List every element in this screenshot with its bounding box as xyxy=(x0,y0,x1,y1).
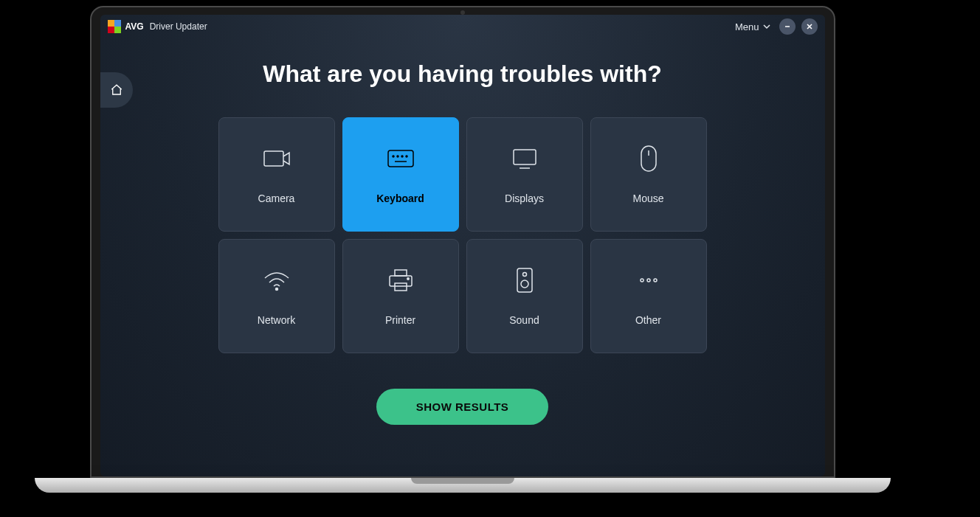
keyboard-icon xyxy=(385,145,416,172)
app-window: AVG Driver Updater Menu xyxy=(100,15,825,476)
svg-point-4 xyxy=(397,156,398,157)
home-icon xyxy=(110,83,123,97)
tile-label: Network xyxy=(258,314,295,326)
close-icon xyxy=(806,23,813,30)
more-icon xyxy=(633,267,664,294)
svg-rect-8 xyxy=(514,150,536,164)
svg-point-18 xyxy=(522,272,526,276)
tile-label: Other xyxy=(635,314,661,326)
product-name: Driver Updater xyxy=(150,21,207,32)
page-heading: What are you having troubles with? xyxy=(145,60,781,88)
display-icon xyxy=(509,145,540,172)
titlebar: AVG Driver Updater Menu xyxy=(100,15,825,38)
svg-rect-15 xyxy=(395,283,407,291)
close-button[interactable] xyxy=(801,18,818,35)
tile-printer[interactable]: Printer xyxy=(342,239,459,353)
mouse-icon xyxy=(633,145,664,172)
tile-other[interactable]: Other xyxy=(590,239,707,353)
svg-point-12 xyxy=(275,288,277,290)
tile-label: Sound xyxy=(509,314,539,326)
tile-network[interactable]: Network xyxy=(218,239,335,353)
avg-logo-icon xyxy=(108,20,121,33)
laptop-frame: AVG Driver Updater Menu xyxy=(90,6,835,478)
speaker-icon xyxy=(509,267,540,294)
svg-rect-2 xyxy=(388,150,413,167)
svg-point-19 xyxy=(521,280,528,288)
printer-icon xyxy=(385,267,416,294)
tile-label: Displays xyxy=(505,192,544,204)
tile-sound[interactable]: Sound xyxy=(466,239,583,353)
laptop-base xyxy=(35,478,891,493)
chevron-down-icon xyxy=(763,23,770,30)
main-content: What are you having troubles with? Camer… xyxy=(100,38,825,425)
home-button[interactable] xyxy=(100,72,133,108)
svg-point-6 xyxy=(406,156,407,157)
tile-keyboard[interactable]: Keyboard xyxy=(342,117,459,232)
brand-name: AVG xyxy=(125,21,144,32)
show-results-button[interactable]: SHOW RESULTS xyxy=(376,389,549,425)
minimize-icon xyxy=(784,23,791,30)
svg-point-16 xyxy=(407,277,408,279)
svg-point-21 xyxy=(647,279,650,282)
window-controls xyxy=(779,18,818,35)
menu-button[interactable]: Menu xyxy=(735,21,770,32)
laptop-mockup: AVG Driver Updater Menu xyxy=(90,6,891,493)
camera-icon xyxy=(261,145,292,172)
category-grid: Camera Keyboard Displays xyxy=(145,117,781,353)
svg-point-3 xyxy=(393,156,394,157)
svg-point-22 xyxy=(654,279,657,282)
app-logo-block: AVG Driver Updater xyxy=(108,20,207,33)
menu-label: Menu xyxy=(735,21,759,32)
svg-rect-10 xyxy=(641,146,656,171)
minimize-button[interactable] xyxy=(779,18,796,35)
tile-displays[interactable]: Displays xyxy=(466,117,583,232)
tile-mouse[interactable]: Mouse xyxy=(590,117,707,232)
tile-camera[interactable]: Camera xyxy=(218,117,335,232)
svg-point-20 xyxy=(641,279,643,282)
svg-rect-14 xyxy=(390,276,412,286)
tile-label: Printer xyxy=(385,314,415,326)
tile-label: Mouse xyxy=(632,192,663,204)
svg-point-5 xyxy=(401,156,403,157)
tile-label: Keyboard xyxy=(376,192,424,204)
svg-rect-1 xyxy=(264,151,283,166)
svg-rect-13 xyxy=(395,270,407,276)
tile-label: Camera xyxy=(258,192,295,204)
wifi-icon xyxy=(261,267,292,294)
